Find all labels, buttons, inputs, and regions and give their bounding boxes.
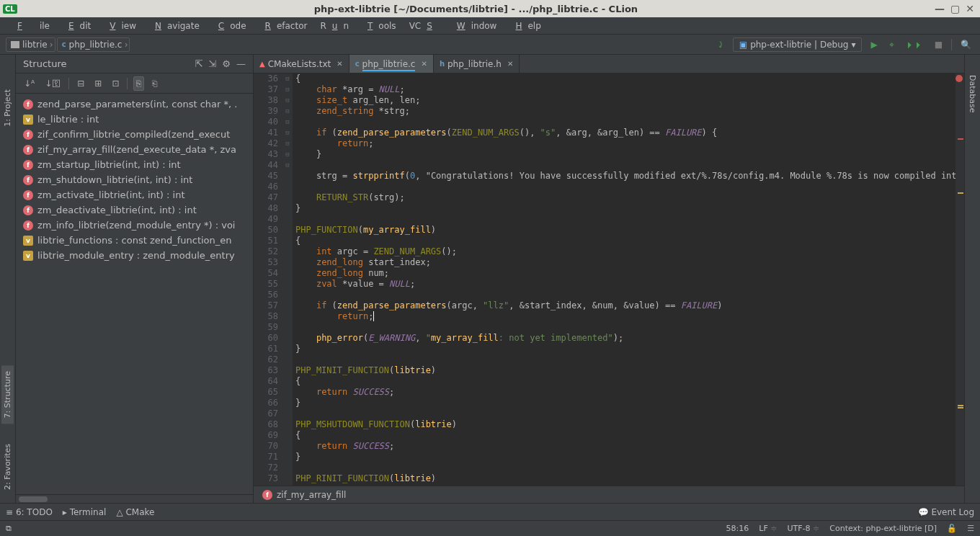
structure-item-label: zm_info_libtrie(zend_module_entry *) : v… xyxy=(37,220,235,231)
autoscroll-button[interactable]: ⎘ xyxy=(133,76,144,91)
filter-3[interactable]: ⊡ xyxy=(110,77,121,90)
menu-view[interactable]: View xyxy=(98,19,142,33)
structure-item[interactable]: vlibtrie_functions : const zend_function… xyxy=(16,233,253,248)
search-everywhere-button[interactable]: 🔍 xyxy=(958,38,974,51)
structure-item-label: libtrie_module_entry : zend_module_entry xyxy=(37,250,235,261)
error-stripe[interactable] xyxy=(956,73,964,486)
minimize-icon[interactable]: — xyxy=(935,3,945,14)
debug-button[interactable]: ⌖ xyxy=(886,38,897,51)
structure-scrollbar[interactable] xyxy=(16,494,253,503)
sort-alpha-button[interactable]: ↓ᴬ xyxy=(22,77,37,90)
favorites-tool-tab[interactable]: 2: Favorites xyxy=(1,438,14,496)
readonly-lock-icon[interactable]: 🔓 xyxy=(947,524,957,533)
editor-tab[interactable]: ▲CMakeLists.txt✕ xyxy=(254,55,349,73)
structure-item[interactable]: fzend_parse_parameters(int, const char *… xyxy=(16,97,253,112)
menu-window[interactable]: Window xyxy=(445,19,503,33)
close-tab-icon[interactable]: ✕ xyxy=(421,60,427,68)
editor-area: ▲CMakeLists.txt✕cphp_libtrie.c✕hphp_libt… xyxy=(254,55,964,503)
editor-tab[interactable]: cphp_libtrie.c✕ xyxy=(349,55,434,73)
build-button[interactable]: ⤸ xyxy=(714,38,727,51)
status-misc-icon[interactable]: ⧉ xyxy=(6,524,12,533)
structure-item-label: zm_deactivate_libtrie(int, int) : int xyxy=(37,205,197,215)
hector-icon[interactable]: ☰ xyxy=(967,524,974,533)
structure-item[interactable]: fzm_deactivate_libtrie(int, int) : int xyxy=(16,202,253,218)
menu-help[interactable]: Help xyxy=(504,19,546,33)
target-icon: ▣ xyxy=(739,40,747,50)
encoding[interactable]: UTF-8 ≑ xyxy=(787,524,819,533)
structure-item[interactable]: fzif_my_array_fill(zend_execute_data *, … xyxy=(16,142,253,157)
line-separator[interactable]: LF ≑ xyxy=(759,524,777,533)
code-editor[interactable]: { char *arg = NULL; size_t arg_len, len;… xyxy=(293,73,956,486)
close-icon[interactable]: ✕ xyxy=(966,3,974,14)
run-config-selector[interactable]: ▣ php-ext-libtrie | Debug ▾ xyxy=(733,37,863,52)
function-icon: f xyxy=(23,145,33,155)
collapse-icon[interactable]: ⇱ xyxy=(195,58,203,69)
structure-item[interactable]: fzif_confirm_libtrie_compiled(zend_execu… xyxy=(16,127,253,142)
context[interactable]: Context: php-ext-libtrie [D] xyxy=(829,524,937,533)
structure-item-label: zm_startup_libtrie(int, int) : int xyxy=(37,159,181,170)
gear-icon[interactable]: ⚙ xyxy=(222,58,231,69)
structure-item[interactable]: fzm_startup_libtrie(int, int) : int xyxy=(16,157,253,172)
structure-item-label: zm_activate_libtrie(int, int) : int xyxy=(37,189,185,200)
error-indicator-icon[interactable] xyxy=(956,75,963,82)
cmake-tool-button[interactable]: △ CMake xyxy=(116,507,154,517)
function-icon: f xyxy=(23,99,33,110)
app-icon: CL xyxy=(3,4,17,14)
editor-breadcrumb: f zif_my_array_fill xyxy=(254,486,964,503)
close-tab-icon[interactable]: ✕ xyxy=(337,60,342,68)
function-icon: f xyxy=(23,190,33,200)
breadcrumb-folder[interactable]: libtrie xyxy=(6,37,55,52)
menu-edit[interactable]: Edit xyxy=(57,19,97,33)
structure-item-label: le_libtrie : int xyxy=(37,114,99,125)
chevron-down-icon: ▾ xyxy=(851,40,855,50)
menu-file[interactable]: File xyxy=(6,19,55,33)
function-icon: f xyxy=(23,205,33,215)
bottom-tool-stripe: ≡ 6: TODO ▸ Terminal △ CMake 💬 Event Log xyxy=(0,503,980,520)
function-icon: f xyxy=(23,220,33,231)
structure-list: fzend_parse_parameters(int, const char *… xyxy=(16,94,253,494)
structure-item[interactable]: fzm_info_libtrie(zend_module_entry *) : … xyxy=(16,218,253,233)
autoscroll-from-button[interactable]: ⎗ xyxy=(150,77,159,90)
filter-2[interactable]: ⊞ xyxy=(92,77,104,90)
breadcrumb-file[interactable]: c php_libtrie.c xyxy=(57,37,130,52)
current-function[interactable]: zif_my_array_fill xyxy=(277,490,346,500)
menu-navigate[interactable]: Navigate xyxy=(143,19,205,33)
expand-icon[interactable]: ⇲ xyxy=(208,58,216,69)
event-log-button[interactable]: 💬 Event Log xyxy=(918,507,974,517)
cmake-icon: ▲ xyxy=(259,60,265,68)
close-tab-icon[interactable]: ✕ xyxy=(507,60,513,68)
line-gutter[interactable]: 36 37 38 39 40 41 42 43 44 45 46 47 48 4… xyxy=(254,73,282,486)
main-menu: File Edit View Navigate Code Refactor Ru… xyxy=(0,17,980,35)
menu-refactor[interactable]: Refactor xyxy=(254,19,313,33)
todo-tool-button[interactable]: ≡ 6: TODO xyxy=(6,507,53,517)
stop-button[interactable]: ■ xyxy=(932,38,945,51)
fold-gutter[interactable]: ⊟ ⊟ ⊟ ⊟ ⊟ ⊟ ⊟ ⊟ ⊟ xyxy=(282,73,293,486)
structure-item[interactable]: vle_libtrie : int xyxy=(16,112,253,127)
window-title: php-ext-libtrie [~/Documents/libtrie] - … xyxy=(17,4,935,14)
attach-button[interactable]: ⏵⏵ xyxy=(903,38,926,51)
tab-label: php_libtrie.h xyxy=(447,59,502,69)
breadcrumb: libtrie c php_libtrie.c xyxy=(6,37,714,52)
filter-1[interactable]: ⊟ xyxy=(75,77,86,90)
database-tool-tab[interactable]: Database xyxy=(966,69,979,119)
structure-item[interactable]: fzm_shutdown_libtrie(int, int) : int xyxy=(16,172,253,187)
structure-item[interactable]: vlibtrie_module_entry : zend_module_entr… xyxy=(16,248,253,263)
structure-item[interactable]: fzm_activate_libtrie(int, int) : int xyxy=(16,187,253,202)
editor-tab[interactable]: hphp_libtrie.h✕ xyxy=(434,55,520,73)
h-file-icon: h xyxy=(440,60,445,68)
structure-tool-tab[interactable]: 7: Structure xyxy=(1,365,14,424)
hide-icon[interactable]: — xyxy=(236,58,246,69)
structure-item-label: zif_confirm_libtrie_compiled(zend_execut xyxy=(37,129,230,140)
caret-position[interactable]: 58:16 xyxy=(726,524,749,533)
menu-run[interactable]: Run xyxy=(314,19,355,33)
tab-label: CMakeLists.txt xyxy=(268,59,331,69)
project-tool-tab[interactable]: 1: Project xyxy=(1,84,14,133)
terminal-tool-button[interactable]: ▸ Terminal xyxy=(63,507,107,517)
run-button[interactable]: ▶ xyxy=(868,38,880,51)
menu-vcs[interactable]: VCS xyxy=(404,19,444,33)
menu-code[interactable]: Code xyxy=(207,19,252,33)
sort-visibility-button[interactable]: ↓⚿ xyxy=(43,77,63,90)
structure-item-label: zif_my_array_fill(zend_execute_data *, z… xyxy=(37,144,236,155)
maximize-icon[interactable]: ▢ xyxy=(950,3,960,14)
menu-tools[interactable]: Tools xyxy=(356,19,402,33)
